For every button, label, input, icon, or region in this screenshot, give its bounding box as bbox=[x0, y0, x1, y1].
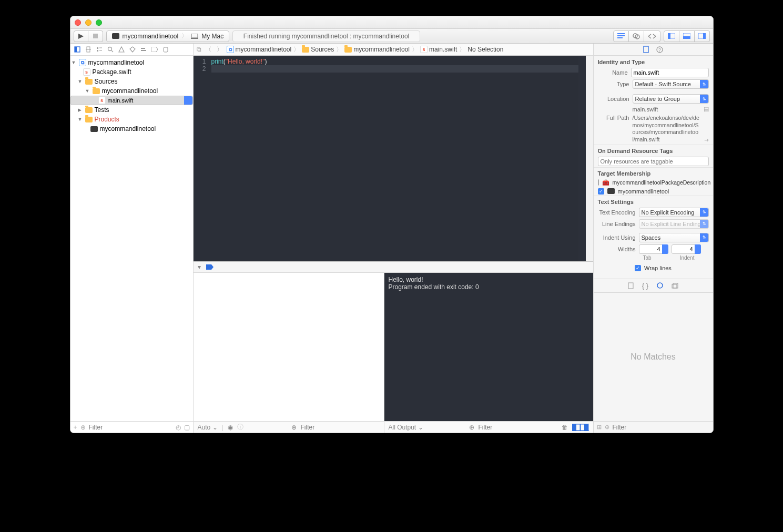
tree-sources[interactable]: ▼Sources bbox=[70, 77, 193, 86]
name-input[interactable] bbox=[631, 68, 709, 77]
svg-point-40 bbox=[657, 283, 663, 288]
tree-products[interactable]: ▼Products bbox=[70, 115, 193, 124]
stop-button[interactable] bbox=[88, 30, 103, 42]
recent-files-icon[interactable]: ◴ bbox=[176, 424, 181, 431]
target-header: Target Membership bbox=[594, 167, 713, 178]
type-select[interactable]: Default - Swift Source⇅ bbox=[633, 79, 709, 89]
crumb-file[interactable]: smain.swift bbox=[420, 46, 457, 53]
location-select[interactable]: Relative to Group⇅ bbox=[633, 94, 709, 104]
source-control-navigator-tab[interactable] bbox=[84, 45, 93, 54]
run-button[interactable] bbox=[74, 30, 88, 42]
project-navigator-tab[interactable] bbox=[73, 45, 82, 54]
toggle-inspector-button[interactable] bbox=[695, 30, 710, 42]
object-library-tab[interactable] bbox=[657, 282, 663, 289]
project-tree[interactable]: ▼⧉mycommandlinetool sPackage.swift ▼Sour… bbox=[70, 56, 193, 421]
filter-icon[interactable]: ⊕ bbox=[291, 424, 297, 431]
close-window-button[interactable] bbox=[75, 19, 81, 26]
find-navigator-tab[interactable] bbox=[106, 45, 115, 54]
checkbox[interactable]: ✓ bbox=[598, 188, 604, 195]
file-inspector-tab[interactable] bbox=[643, 46, 649, 53]
report-navigator-tab[interactable] bbox=[161, 45, 170, 54]
console-filter-input[interactable] bbox=[479, 424, 557, 431]
swift-file-icon: s bbox=[420, 46, 428, 53]
minimize-window-button[interactable] bbox=[85, 19, 91, 26]
svg-rect-3 bbox=[191, 38, 198, 39]
back-button[interactable]: 〈 bbox=[204, 45, 213, 54]
quicklook-icon[interactable]: ⓘ bbox=[237, 423, 243, 432]
toggle-debug-button[interactable] bbox=[679, 30, 695, 42]
library-filter-input[interactable] bbox=[613, 424, 710, 431]
tree-project[interactable]: ▼⧉mycommandlinetool bbox=[70, 58, 193, 67]
wrap-lines-label: Wrap lines bbox=[644, 265, 672, 271]
media-library-tab[interactable] bbox=[672, 283, 678, 289]
line-gutter: 12 bbox=[194, 56, 209, 261]
filter-icon[interactable]: ⊕ bbox=[80, 424, 86, 431]
hide-debug-icon[interactable]: ▾ bbox=[198, 263, 201, 271]
type-label: Type bbox=[598, 81, 629, 87]
scm-filter-icon[interactable]: ▢ bbox=[184, 424, 190, 431]
titlebar bbox=[70, 16, 713, 29]
stepper[interactable] bbox=[695, 244, 701, 254]
issue-navigator-tab[interactable] bbox=[117, 45, 126, 54]
zoom-window-button[interactable] bbox=[96, 19, 102, 26]
show-console-button[interactable] bbox=[581, 424, 589, 431]
console-scope-selector[interactable]: All Output ⌄ bbox=[389, 424, 423, 431]
tree-product-binary[interactable]: mycommandlinetool bbox=[70, 124, 193, 134]
filter-icon[interactable]: ⊕ bbox=[469, 424, 474, 431]
stepper[interactable] bbox=[662, 244, 668, 254]
tree-package[interactable]: sPackage.swift bbox=[70, 67, 193, 77]
breakpoint-navigator-tab[interactable] bbox=[150, 45, 159, 54]
traffic-lights bbox=[75, 19, 102, 26]
grid-view-icon[interactable]: ⊞ bbox=[597, 424, 602, 431]
svg-rect-42 bbox=[672, 284, 677, 288]
toolbar: mycommandlinetool 〉 My Mac Finished runn… bbox=[70, 29, 713, 44]
encoding-select[interactable]: No Explicit Encoding⇅ bbox=[639, 208, 709, 217]
crumb-package[interactable]: mycommandlinetool bbox=[344, 46, 410, 53]
tree-sources-pkg[interactable]: ▼mycommandlinetool bbox=[70, 86, 193, 96]
variables-filter-input[interactable] bbox=[301, 424, 380, 431]
target-row-1[interactable]: 🧰mycommandlinetoolPackageDescription bbox=[594, 178, 713, 187]
checkbox[interactable] bbox=[598, 179, 599, 186]
console-output[interactable]: Hello, world! Program ended with exit co… bbox=[384, 273, 593, 421]
crumb-sources[interactable]: Sources bbox=[302, 46, 334, 53]
indent-using-select[interactable]: Spaces⇅ bbox=[639, 233, 709, 242]
navigator-tabs bbox=[70, 44, 193, 56]
code-snippets-tab[interactable]: { } bbox=[642, 282, 648, 290]
jump-bar[interactable]: ⧉ 〈 〉 ⧉mycommandlinetool〉 Sources〉 mycom… bbox=[194, 44, 593, 56]
variables-view[interactable] bbox=[194, 273, 384, 421]
navigator-filter-input[interactable] bbox=[89, 424, 172, 431]
filter-icon[interactable]: ⊕ bbox=[605, 424, 609, 431]
toggle-navigator-button[interactable] bbox=[664, 30, 679, 42]
quick-help-tab[interactable]: ? bbox=[656, 46, 663, 53]
wrap-lines-checkbox[interactable]: ✓ bbox=[635, 265, 641, 271]
scheme-selector[interactable]: mycommandlinetool 〉 My Mac bbox=[106, 30, 230, 42]
debug-navigator-tab[interactable] bbox=[139, 45, 148, 54]
assistant-editor-button[interactable] bbox=[629, 30, 644, 42]
add-icon[interactable]: + bbox=[74, 424, 77, 431]
breakpoint-toggle-icon[interactable] bbox=[206, 264, 213, 270]
test-navigator-tab[interactable] bbox=[128, 45, 137, 54]
line-endings-select[interactable]: No Explicit Line Endings⇅ bbox=[639, 219, 709, 229]
reveal-icon[interactable]: ➜ bbox=[704, 137, 709, 144]
eye-icon[interactable]: ◉ bbox=[228, 424, 233, 431]
tree-tests[interactable]: ▶Tests bbox=[70, 105, 193, 115]
version-editor-button[interactable] bbox=[644, 30, 660, 42]
related-items-icon[interactable]: ⧉ bbox=[197, 46, 201, 53]
project-icon: ⧉ bbox=[227, 46, 234, 53]
file-templates-tab[interactable] bbox=[628, 282, 634, 289]
code-content[interactable]: print("Hello, world!") bbox=[209, 56, 578, 261]
tree-main-swift[interactable]: smain.swift bbox=[70, 96, 193, 105]
show-variables-button[interactable] bbox=[572, 424, 581, 431]
crumb-selection[interactable]: No Selection bbox=[467, 46, 503, 53]
trash-icon[interactable]: 🗑 bbox=[562, 424, 568, 431]
svg-marker-31 bbox=[206, 264, 213, 270]
folder-icon[interactable]: ▤ bbox=[704, 106, 709, 112]
symbol-navigator-tab[interactable] bbox=[95, 45, 104, 54]
standard-editor-button[interactable] bbox=[613, 30, 629, 42]
crumb-project[interactable]: ⧉mycommandlinetool bbox=[227, 46, 292, 53]
variables-scope-selector[interactable]: Auto ⌄ bbox=[198, 424, 218, 431]
code-editor[interactable]: 12 print("Hello, world!") bbox=[194, 56, 593, 261]
editor-scrollbar[interactable] bbox=[586, 56, 593, 261]
forward-button[interactable]: 〉 bbox=[215, 45, 225, 54]
target-row-2[interactable]: ✓mycommandlinetool bbox=[594, 187, 713, 196]
